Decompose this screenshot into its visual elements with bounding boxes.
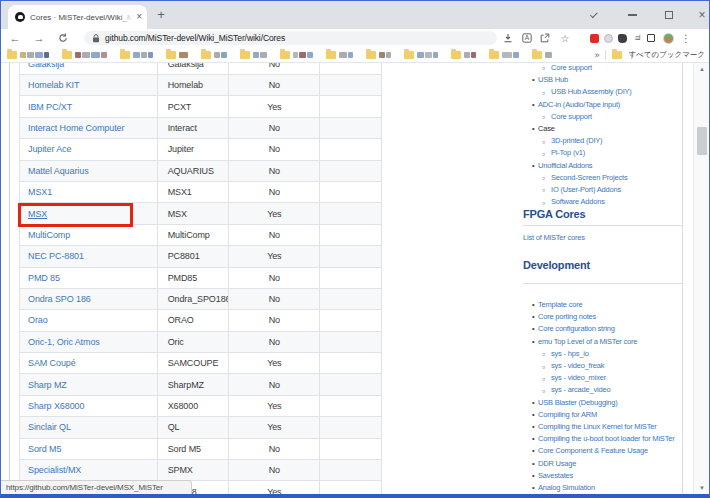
sidebar-link[interactable]: Second-Screen Projects bbox=[551, 173, 627, 182]
bookmark-item[interactable] bbox=[489, 51, 520, 59]
sidebar-link[interactable]: Savestates bbox=[538, 471, 573, 480]
sidebar-list-item: ○sys - video_mixer bbox=[523, 372, 683, 384]
share-button[interactable] bbox=[537, 29, 553, 47]
reload-button[interactable] bbox=[54, 29, 72, 47]
content-left-border bbox=[9, 63, 10, 494]
address-bar[interactable]: github.com/MiSTer-devel/Wiki_MiSTer/wiki… bbox=[84, 31, 497, 45]
page-scrollbar[interactable]: ▲ ▼ bbox=[693, 63, 709, 494]
core-name-link[interactable]: Galaksija bbox=[28, 63, 64, 69]
core-name-link[interactable]: Specialist/MX bbox=[28, 465, 81, 475]
bookmark-item[interactable] bbox=[280, 51, 314, 59]
sidebar-link[interactable]: ADC-in (Audio/Tape input) bbox=[538, 100, 620, 109]
sidebar-link[interactable]: sys - arcade_video bbox=[551, 385, 610, 394]
scroll-up-arrow-icon[interactable]: ▲ bbox=[694, 63, 709, 75]
sidebar-link[interactable]: Unofficial Addons bbox=[538, 161, 592, 170]
side-panel-icon[interactable] bbox=[643, 29, 659, 47]
sidebar-link[interactable]: Core porting notes bbox=[538, 312, 596, 321]
bookmark-star-icon[interactable]: ☆ bbox=[557, 29, 573, 47]
bookmark-item[interactable] bbox=[7, 51, 50, 59]
core-name-link[interactable]: Interact Home Computer bbox=[28, 123, 124, 133]
tab-search-button[interactable] bbox=[580, 1, 608, 29]
core-name-link[interactable]: IBM PC/XT bbox=[28, 102, 72, 112]
core-name-link[interactable]: MSX1 bbox=[28, 187, 52, 197]
sidebar-link[interactable]: Core configuration string bbox=[538, 324, 615, 333]
sidebar-link[interactable]: USB Hub bbox=[538, 75, 568, 84]
sidebar-link[interactable]: Pi-Top (v1) bbox=[551, 148, 585, 157]
save-support-cell: Yes bbox=[229, 481, 320, 494]
bookmark-item[interactable] bbox=[326, 51, 354, 59]
scroll-down-arrow-icon[interactable]: ▼ bbox=[694, 482, 709, 494]
extension-dark-icon[interactable] bbox=[614, 29, 630, 47]
core-name-link[interactable]: Sord M5 bbox=[28, 444, 61, 454]
svg-text:A: A bbox=[525, 34, 530, 41]
sidebar-link[interactable]: 3D-printed (DIY) bbox=[551, 136, 602, 145]
list-bullet-icon: • bbox=[532, 458, 534, 470]
sidebar-link[interactable]: IO (User-Port) Addons bbox=[551, 185, 621, 194]
sidebar-list-item: •Compiling the u-boot boot loader for Mi… bbox=[523, 433, 683, 445]
core-name-link[interactable]: PMD 85 bbox=[28, 273, 60, 283]
sidebar-link[interactable]: Template core bbox=[538, 300, 583, 309]
sidebar-link-list-of-cores[interactable]: List of MiSTer cores bbox=[523, 233, 585, 242]
sidebar-link[interactable]: sys - hps_io bbox=[551, 349, 589, 358]
core-name-cell: MultiComp bbox=[20, 225, 158, 246]
sidebar-link[interactable]: Core Component & Feature Usage bbox=[538, 446, 648, 455]
maximize-button[interactable] bbox=[655, 1, 683, 29]
notes-cell bbox=[320, 161, 382, 182]
minimize-button[interactable] bbox=[618, 1, 646, 29]
sidebar-link[interactable]: USB Blaster (Debugging) bbox=[538, 398, 618, 407]
sidebar-link[interactable]: Compiling the Linux Kernel for MiSTer bbox=[538, 422, 657, 431]
core-name-link[interactable]: Mattel Aquarius bbox=[28, 166, 89, 176]
redacted-bookmark-label bbox=[433, 52, 438, 58]
core-name-link[interactable]: Ondra SPO 186 bbox=[28, 294, 91, 304]
profile-avatar[interactable] bbox=[660, 29, 676, 47]
sidebar-link[interactable]: sys - video_mixer bbox=[551, 373, 606, 382]
sidebar-link[interactable]: Software Addons bbox=[551, 197, 605, 206]
translate-button[interactable]: A bbox=[519, 29, 535, 47]
core-name-cell: Jupiter Ace bbox=[20, 139, 158, 160]
core-name-link[interactable]: Sharp X68000 bbox=[28, 401, 84, 411]
redacted-bookmark-label bbox=[386, 52, 391, 58]
new-tab-button[interactable]: + bbox=[153, 7, 169, 23]
save-page-button[interactable] bbox=[500, 29, 516, 47]
core-name-link[interactable]: NEC PC-8801 bbox=[28, 251, 84, 261]
core-folder-cell: Oric bbox=[158, 332, 230, 353]
all-bookmarks-label[interactable]: すべてのブックマーク bbox=[628, 50, 705, 60]
bookmarks-bar: » すべてのブックマーク bbox=[1, 47, 709, 63]
bookmark-item[interactable] bbox=[404, 51, 439, 59]
bookmark-item[interactable] bbox=[166, 51, 189, 59]
core-name-link[interactable]: Orao bbox=[28, 315, 48, 325]
sidebar-link[interactable]: DDR Usage bbox=[538, 459, 576, 468]
back-button[interactable]: ← bbox=[6, 29, 24, 47]
sidebar-link[interactable]: sys - video_freak bbox=[551, 361, 604, 370]
sidebar-link[interactable]: Compiling the u-boot boot loader for MiS… bbox=[538, 434, 674, 443]
core-name-link[interactable]: SAM Coupé bbox=[28, 358, 76, 368]
scrollbar-thumb[interactable] bbox=[697, 127, 707, 155]
core-name-link[interactable]: Sinclair QL bbox=[28, 422, 71, 432]
bookmark-item[interactable] bbox=[201, 51, 228, 59]
bookmark-item[interactable] bbox=[451, 51, 477, 59]
sidebar-link[interactable]: USB Hub Assembly (DIY) bbox=[551, 87, 632, 96]
core-name-link[interactable]: Sharp MZ bbox=[28, 380, 67, 390]
bookmarks-overflow-button[interactable]: » bbox=[594, 50, 599, 60]
browser-tab[interactable]: Cores · MiSTer-devel/Wiki_MiSTe × bbox=[8, 5, 147, 29]
sidebar-link[interactable]: Compiling for ARM bbox=[538, 410, 597, 419]
core-name-link[interactable]: Jupiter Ace bbox=[28, 144, 71, 154]
core-name-link[interactable]: Oric-1, Oric Atmos bbox=[28, 337, 100, 347]
menu-icon[interactable]: ⋮ bbox=[678, 29, 694, 47]
core-name-link[interactable]: Homelab KIT bbox=[28, 80, 79, 90]
bookmark-item[interactable] bbox=[240, 51, 268, 59]
bookmark-item[interactable] bbox=[120, 51, 154, 59]
close-window-button[interactable]: × bbox=[688, 1, 710, 29]
sidebar-link[interactable]: Analog Simulation bbox=[538, 483, 595, 492]
forward-button[interactable]: → bbox=[30, 29, 48, 47]
sidebar-link[interactable]: Core support bbox=[551, 63, 592, 72]
sidebar-link[interactable]: Core support bbox=[551, 112, 592, 121]
bookmark-item[interactable] bbox=[62, 51, 108, 59]
notes-cell bbox=[320, 353, 382, 374]
core-name-link[interactable]: MultiComp bbox=[28, 230, 70, 240]
redacted-bookmark-label bbox=[425, 52, 432, 58]
sidebar-link[interactable]: emu Top Level of a MiSTer core bbox=[538, 337, 637, 346]
bookmark-item[interactable] bbox=[532, 51, 553, 59]
bookmark-item[interactable] bbox=[366, 51, 392, 59]
tab-close-icon[interactable]: × bbox=[136, 12, 142, 22]
